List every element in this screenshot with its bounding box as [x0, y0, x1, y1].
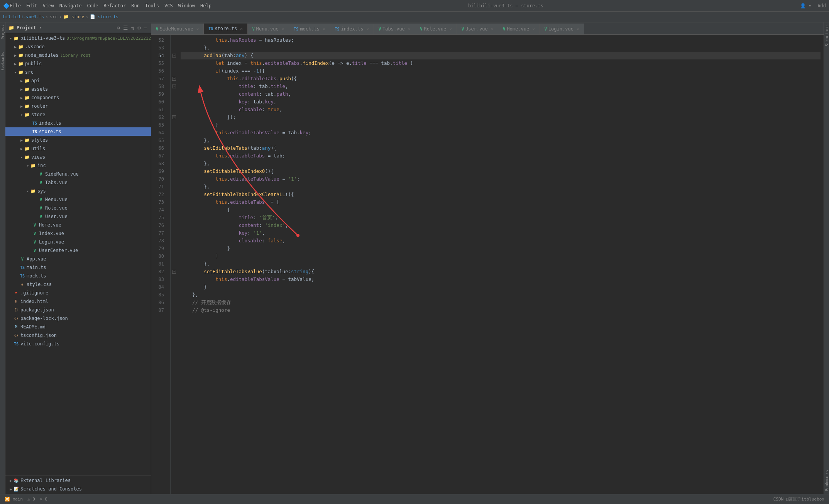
tree-api[interactable]: ▶ 📁 api [5, 76, 151, 85]
tree-external-libraries[interactable]: ▶ 📚 External Libraries [5, 476, 151, 485]
tree-tabs-vue[interactable]: V Tabs.vue [5, 178, 151, 187]
g-62[interactable]: ▾ [171, 113, 178, 121]
tree-store-ts[interactable]: TS store.ts [5, 127, 151, 136]
tree-login-vue[interactable]: V Login.vue [5, 238, 151, 246]
tree-menu-vue[interactable]: V Menu.vue [5, 195, 151, 204]
tree-utils[interactable]: ▶ 📁 utils [5, 144, 151, 153]
g-57[interactable]: ▾ [171, 75, 178, 83]
tree-home-vue[interactable]: V Home.vue [5, 221, 151, 229]
panel-minimize-icon[interactable]: ─ [143, 25, 148, 31]
tree-assets[interactable]: ▶ 📁 assets [5, 85, 151, 93]
tree-mock-ts[interactable]: TS mock.ts [5, 272, 151, 280]
tree-index-vue[interactable]: V Index.vue [5, 229, 151, 238]
tab-sidemenu-vue-close[interactable]: ✕ [196, 27, 199, 32]
project-tab-label[interactable]: Project [0, 22, 5, 42]
code-content[interactable]: this.hasRoutes = hasRoutes; }, addTab(ta… [178, 35, 824, 494]
tree-user-vue[interactable]: V User.vue [5, 212, 151, 221]
tree-index-ts[interactable]: TS index.ts [5, 119, 151, 127]
tab-store-ts[interactable]: TS store.ts ✕ [204, 24, 247, 34]
tree-index-html[interactable]: H index.html [5, 297, 151, 306]
menu-edit[interactable]: Edit [26, 3, 37, 8]
fold-58[interactable]: ▾ [172, 85, 176, 88]
menu-file[interactable]: File [10, 3, 21, 8]
code-editor[interactable]: 52 53 54 55 56 57 58 59 60 61 62 63 64 6… [151, 35, 824, 494]
tree-usercenter-vue[interactable]: V UserCenter.vue [5, 246, 151, 255]
tree-style-css[interactable]: # style.css [5, 280, 151, 289]
tree-store[interactable]: ▾ 📁 store [5, 110, 151, 119]
tab-home-vue[interactable]: V Home.vue ✕ [498, 24, 540, 34]
menu-window[interactable]: Window [178, 3, 195, 8]
tab-store-ts-icon: TS [208, 27, 213, 31]
menu-run[interactable]: Run [131, 3, 140, 8]
tree-vite-config-ts[interactable]: TS vite.config.ts [5, 340, 151, 348]
add-icon[interactable]: Add [817, 3, 826, 8]
tree-styles[interactable]: ▶ 📁 styles [5, 136, 151, 144]
tree-role-vue[interactable]: V Role.vue [5, 204, 151, 212]
tab-menu-vue-close[interactable]: ✕ [282, 27, 284, 32]
menu-view[interactable]: View [43, 3, 54, 8]
right-bookmarks-label[interactable]: Bookmarks [824, 467, 829, 494]
tab-tabs-vue[interactable]: V Tabs.vue ✕ [374, 24, 415, 34]
tree-views[interactable]: ▾ 📁 views [5, 153, 151, 161]
fold-82[interactable]: ▾ [172, 270, 176, 274]
tab-mock-ts[interactable]: TS mock.ts ✕ [289, 24, 330, 34]
g-58[interactable]: ▾ [171, 83, 178, 90]
panel-collapse-icon[interactable]: ⇅ [130, 25, 135, 31]
tab-user-vue-close[interactable]: ✕ [491, 27, 494, 32]
fold-54[interactable]: ▾ [172, 54, 176, 58]
tab-store-ts-close[interactable]: ✕ [240, 26, 243, 31]
menu-tools[interactable]: Tools [145, 3, 159, 8]
tree-node-modules[interactable]: ▶ 📁 node_modules library root [5, 51, 151, 59]
menu-code[interactable]: Code [87, 3, 98, 8]
tree-public[interactable]: ▶ 📁 public [5, 59, 151, 68]
fold-62[interactable]: ▾ [172, 115, 176, 119]
tab-login-vue-close[interactable]: ✕ [577, 27, 579, 32]
g-54[interactable]: ▾ [171, 52, 178, 59]
panel-dropdown-icon[interactable]: ▾ [39, 25, 42, 30]
tab-index-ts[interactable]: TS index.ts ✕ [330, 24, 374, 34]
menu-bar[interactable]: File Edit View Navigate Code Refactor Ru… [10, 3, 211, 8]
tab-home-vue-close[interactable]: ✕ [532, 27, 535, 32]
utils-label: utils [31, 146, 45, 151]
tree-scratches[interactable]: ▶ 📝 Scratches and Consoles [5, 485, 151, 493]
menu-navigate[interactable]: Navigate [59, 3, 82, 8]
assets-arrow: ▶ [19, 87, 24, 91]
tree-root[interactable]: ▾ 📁 bilibili-vue3-ts D:\ProgramWorkSpace… [5, 34, 151, 42]
panel-scope-icon[interactable]: ⊙ [116, 25, 120, 31]
panel-expand-icon[interactable]: ☰ [122, 25, 129, 31]
tree-src[interactable]: ▾ 📁 src [5, 68, 151, 76]
tree-package-lock-json[interactable]: {} package-lock.json [5, 314, 151, 323]
tab-user-vue[interactable]: V User.vue ✕ [457, 24, 498, 34]
tree-main-ts[interactable]: TS main.ts [5, 263, 151, 272]
menu-help[interactable]: Help [200, 3, 211, 8]
menu-refactor[interactable]: Refactor [103, 3, 126, 8]
tab-login-vue[interactable]: V Login.vue ✕ [540, 24, 584, 34]
fold-57[interactable]: ▾ [172, 77, 176, 81]
tree-router[interactable]: ▶ 📁 router [5, 102, 151, 110]
bookmarks-tab-label[interactable]: Bookmarks [0, 49, 5, 73]
tree-components[interactable]: ▶ 📁 components [5, 93, 151, 102]
tab-index-ts-close[interactable]: ✕ [366, 27, 369, 32]
tree-sidemenu-vue[interactable]: V SideMenu.vue [5, 170, 151, 178]
tree-package-json[interactable]: {} package.json [5, 306, 151, 314]
tree-tsconfig-json[interactable]: {} tsconfig.json [5, 331, 151, 340]
structure-label[interactable]: Structure [824, 22, 829, 49]
panel-gear-icon[interactable]: ⚙ [137, 25, 141, 31]
g-82[interactable]: ▾ [171, 268, 178, 276]
tab-menu-vue[interactable]: V Menu.vue ✕ [248, 24, 289, 34]
tab-mock-ts-close[interactable]: ✕ [323, 27, 325, 32]
tab-role-vue[interactable]: V Role.vue ✕ [415, 24, 457, 34]
tab-sidemenu-vue[interactable]: V SideMenu.vue ✕ [151, 24, 204, 34]
menu-vcs[interactable]: VCS [164, 3, 173, 8]
tree-inc[interactable]: ▾ 📁 inc [5, 161, 151, 170]
tab-tabs-vue-close[interactable]: ✕ [408, 27, 411, 32]
tree-app-vue[interactable]: V App.vue [5, 255, 151, 263]
tree-sys[interactable]: ▾ 📁 sys [5, 187, 151, 195]
tree-gitignore[interactable]: ⚑ .gitignore [5, 289, 151, 297]
tree-vscode[interactable]: ▶ 📁 .vscode [5, 42, 151, 51]
tab-role-vue-close[interactable]: ✕ [449, 27, 452, 32]
store-ts-icon: TS [32, 129, 38, 135]
tree-readme-md[interactable]: M README.md [5, 323, 151, 331]
g-61 [171, 106, 178, 113]
account-icon[interactable]: 👤 ▾ [800, 3, 811, 8]
